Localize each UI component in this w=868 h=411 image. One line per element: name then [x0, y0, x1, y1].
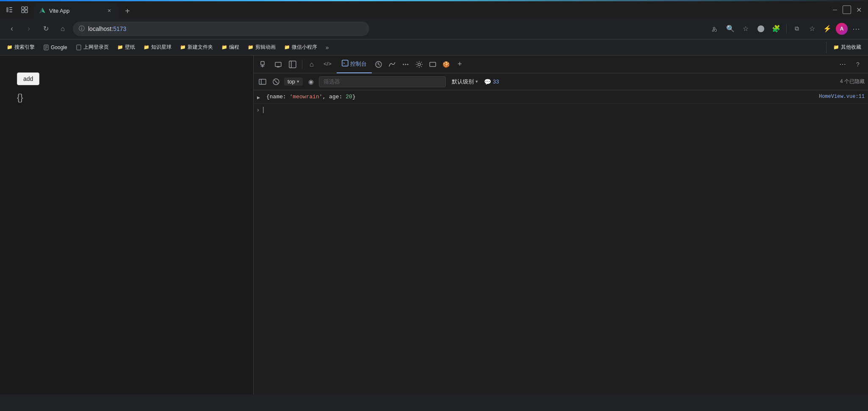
folder-icon: 📁 [180, 44, 186, 50]
level-label: 默认级别 [452, 78, 474, 86]
dt-tab-console[interactable]: >_ 控制台 [337, 56, 372, 73]
bookmark-item-video[interactable]: 📁 剪辑动画 [244, 42, 279, 53]
split-screen-icon[interactable]: ⧉ [790, 22, 804, 36]
svg-rect-7 [25, 10, 28, 13]
dt-tab-settings[interactable] [412, 58, 426, 71]
bookmark-other-folder[interactable]: 📁 其他收藏 [830, 42, 865, 53]
translate-icon[interactable]: あ [708, 22, 722, 36]
record-circle-icon[interactable] [754, 22, 768, 36]
expand-arrow-icon[interactable]: ▶ [257, 94, 260, 101]
tab-close-button[interactable]: × [105, 6, 113, 15]
message-count-badge: 💬 33 [484, 78, 499, 85]
level-dropdown-icon: ▾ [475, 79, 478, 84]
dt-tab-cookie[interactable]: 🍪 [440, 58, 453, 71]
console-log-row: ▶ {name: 'meowrain', age: 20} HomeView.v… [254, 92, 868, 104]
bookmark-label: 剪辑动画 [255, 44, 276, 51]
tab-manager-icon[interactable] [19, 4, 30, 16]
zoom-icon[interactable]: 🔍 [724, 22, 737, 36]
message-count: 33 [493, 78, 499, 85]
bookmark-item-login[interactable]: 上网登录页 [72, 42, 112, 53]
dt-tab-performance[interactable] [372, 58, 385, 71]
bookmark-item-wallpaper[interactable]: 📁 壁纸 [114, 42, 138, 53]
sidebar-toggle-devtools[interactable] [286, 58, 299, 71]
svg-point-29 [418, 63, 420, 66]
dt-help[interactable]: ? [851, 58, 865, 71]
refresh-button[interactable]: ↻ [39, 22, 53, 36]
console-source-link[interactable]: HomeView.vue:11 [819, 94, 865, 100]
svg-rect-21 [289, 61, 296, 68]
svg-text:あ: あ [712, 26, 717, 32]
bookmark-label: 微信小程序 [292, 44, 317, 51]
folder-icon: 📁 [833, 44, 839, 50]
console-tab-label: 控制台 [350, 60, 367, 68]
bookmark-item-new-folder[interactable]: 📁 新建文件夹 [177, 42, 216, 53]
add-button[interactable]: add [17, 72, 39, 85]
maximize-button[interactable] [843, 6, 851, 14]
forward-button[interactable]: › [22, 22, 36, 36]
new-tab-button[interactable]: + [120, 4, 135, 18]
svg-rect-2 [9, 9, 12, 10]
minimize-button[interactable]: ─ [829, 4, 841, 16]
bookmark-overflow-button[interactable]: » [322, 42, 332, 53]
bookmark-label: 壁纸 [125, 44, 135, 51]
device-emulation-icon[interactable] [271, 58, 285, 71]
console-eye-icon[interactable]: ◉ [305, 76, 316, 87]
dt-more-options[interactable]: ⋯ [836, 58, 849, 71]
info-icon: ⓘ [79, 25, 85, 33]
console-filter-input[interactable] [319, 76, 446, 87]
console-sidebar-icon[interactable] [257, 76, 268, 87]
console-prompt-icon: › [257, 106, 259, 113]
svg-text:>_: >_ [343, 61, 347, 65]
frame-selector[interactable]: top ▾ [284, 78, 303, 86]
bookmark-label: 知识星球 [151, 44, 171, 51]
back-button[interactable]: ‹ [5, 22, 19, 36]
sidebar-toggle-icon[interactable] [3, 4, 15, 16]
bookmark-label: Google [51, 44, 67, 50]
dt-tab-add[interactable]: + [453, 58, 467, 71]
svg-rect-20 [277, 67, 279, 67]
svg-rect-0 [6, 7, 8, 12]
folder-icon: 📁 [248, 44, 254, 50]
svg-rect-1 [9, 7, 12, 8]
extensions-icon[interactable]: 🧩 [769, 22, 783, 36]
dt-tab-layout[interactable] [426, 58, 440, 71]
folder-icon: 📁 [7, 44, 13, 50]
console-cursor[interactable]: | [263, 106, 264, 114]
svg-rect-6 [22, 10, 24, 13]
bookmark-item-search[interactable]: 📁 搜索引擎 [3, 42, 38, 53]
favorites-icon[interactable]: ☆ [739, 22, 752, 36]
addrbar-right: あ 🔍 ☆ 🧩 ⧉ ☆ ⚡ A ⋯ [708, 22, 863, 36]
bookmark-item-google[interactable]: Google [40, 42, 71, 53]
active-tab[interactable]: Vite App × [34, 3, 119, 18]
address-bar: ‹ › ↻ ⌂ ⓘ localhost:5173 あ 🔍 ☆ 🧩 ⧉ ☆ ⚡ A… [0, 18, 868, 39]
settings-more-icon[interactable]: ⋯ [849, 22, 863, 36]
console-clear-icon[interactable] [271, 76, 282, 87]
sidebar-icon[interactable]: ☆ [805, 22, 819, 36]
dt-tab-elements[interactable]: </> [318, 56, 337, 73]
bookmark-item-knowledge[interactable]: 📁 知识星球 [140, 42, 175, 53]
bookmark-label: 新建文件夹 [188, 44, 213, 51]
svg-point-27 [405, 64, 406, 65]
inspect-element-icon[interactable] [257, 58, 271, 71]
console-input-row: › | [254, 104, 868, 116]
main-area: add {} [0, 56, 868, 394]
bookmark-item-wechat[interactable]: 📁 微信小程序 [281, 42, 321, 53]
page-icon [43, 44, 49, 50]
dt-tab-more-icon[interactable] [399, 58, 412, 71]
address-box[interactable]: ⓘ localhost:5173 [73, 22, 369, 36]
svg-rect-19 [275, 62, 281, 67]
dt-tab-network[interactable] [385, 58, 399, 71]
copilot-icon[interactable]: ⚡ [821, 22, 834, 36]
home-button[interactable]: ⌂ [56, 22, 69, 36]
frame-label: top [287, 78, 295, 85]
devtools-toolbar: ⌂ </> >_ 控制台 [254, 56, 868, 73]
close-window-button[interactable]: ✕ [853, 4, 865, 16]
dt-tab-home[interactable]: ⌂ [305, 58, 318, 71]
console-output: ▶ {name: 'meowrain', age: 20} HomeView.v… [254, 90, 868, 394]
console-tab-icon: >_ [342, 60, 348, 68]
bookmark-item-coding[interactable]: 📁 编程 [218, 42, 243, 53]
address-text: localhost:5173 [88, 25, 363, 32]
bookmark-label: 上网登录页 [83, 44, 109, 51]
log-level-selector[interactable]: 默认级别 ▾ [448, 77, 481, 86]
profile-avatar[interactable]: A [836, 23, 848, 35]
